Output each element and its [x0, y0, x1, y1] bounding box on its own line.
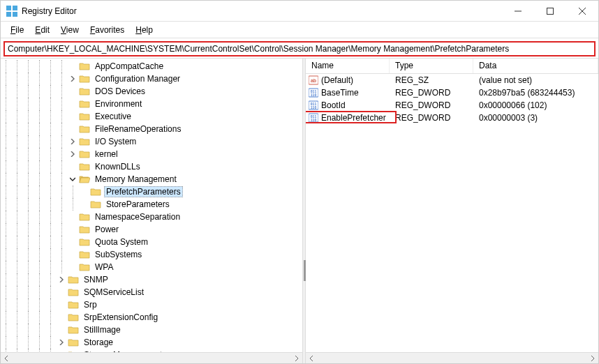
tree-item[interactable]: Storage [1, 336, 302, 349]
folder-icon [79, 99, 90, 109]
folder-icon [79, 112, 90, 121]
tree-item-label: Memory Management [93, 174, 179, 185]
address-bar[interactable]: Computer\HKEY_LOCAL_MACHINE\SYSTEM\Curre… [3, 41, 596, 56]
folder-icon [79, 225, 90, 234]
folder-icon [68, 325, 79, 335]
tree-item[interactable]: SNMP [1, 273, 302, 286]
list-row[interactable]: BaseTimeREG_DWORD0x28b97ba5 (683244453) [306, 86, 598, 99]
tree-expander-empty [57, 300, 66, 310]
tree-item-label: Power [93, 224, 121, 235]
value-data: 0x28b97ba5 (683244453) [473, 87, 598, 98]
folder-icon [79, 124, 90, 134]
value-data: 0x00000066 (102) [473, 100, 598, 111]
tree-expander-empty [68, 225, 77, 234]
chevron-down-icon[interactable] [68, 174, 77, 184]
value-name: BaseTime [321, 88, 359, 98]
chevron-right-icon[interactable] [68, 74, 77, 84]
tree-item-label: Quota System [93, 236, 150, 248]
list-row[interactable]: EnablePrefetcherREG_DWORD0x00000003 (3) [306, 112, 598, 124]
tree-pane[interactable]: AppCompatCacheConfiguration ManagerDOS D… [1, 59, 302, 363]
column-data[interactable]: Data [473, 59, 598, 73]
tree-expander-empty [68, 237, 77, 247]
svg-rect-9 [547, 8, 554, 14]
column-name[interactable]: Name [306, 59, 390, 73]
chevron-right-icon[interactable] [57, 338, 66, 347]
tree-item[interactable]: SQMServiceList [1, 286, 302, 298]
folder-icon [79, 250, 90, 259]
folder-icon [90, 187, 101, 197]
tree-item-label: AppCompatCache [93, 61, 165, 72]
tree-item-label: Executive [93, 111, 133, 122]
tree-item[interactable]: SubSystems [1, 248, 302, 261]
tree-item[interactable]: kernel [1, 148, 302, 160]
menubar: File Edit View Favorites Help [1, 22, 598, 38]
folder-icon [68, 287, 79, 297]
tree-item[interactable]: WPA [1, 261, 302, 273]
chevron-right-icon[interactable] [57, 275, 66, 285]
tree-item[interactable]: I/O System [1, 135, 302, 148]
tree-item[interactable]: Configuration Manager [1, 73, 302, 85]
tree-item[interactable]: Memory Management [1, 173, 302, 185]
tree-item-label: Srp [82, 299, 99, 310]
tree-item[interactable]: SrpExtensionConfig [1, 311, 302, 324]
tree-expander-empty [68, 99, 77, 109]
tree-item-label: SQMServiceList [82, 287, 146, 298]
tree-item[interactable]: Environment [1, 98, 302, 110]
folder-icon [79, 149, 90, 159]
tree-item[interactable]: PrefetchParameters [1, 185, 302, 198]
value-type: REG_SZ [390, 75, 473, 86]
tree-item-label: I/O System [93, 136, 138, 147]
tree-item-label: WPA [93, 261, 115, 273]
list-row[interactable]: BootIdREG_DWORD0x00000066 (102) [306, 99, 598, 112]
menu-view[interactable]: View [55, 24, 84, 36]
tree-item[interactable]: Srp [1, 298, 302, 311]
tree-horizontal-scrollbar[interactable] [1, 352, 302, 363]
column-type[interactable]: Type [390, 59, 473, 73]
tree-expander-empty [68, 112, 77, 121]
tree-item-label: StillImage [82, 324, 123, 335]
tree-item-label: Environment [93, 98, 144, 109]
list-row[interactable]: (Default)REG_SZ(value not set) [306, 74, 598, 86]
tree-item[interactable]: KnownDLLs [1, 160, 302, 173]
tree-item-label: Storage [82, 337, 115, 348]
tree-item[interactable]: NamespaceSeparation [1, 211, 302, 223]
tree-expander-empty [68, 61, 77, 71]
list-horizontal-scrollbar[interactable] [306, 352, 598, 363]
tree-expander-empty [68, 162, 77, 172]
tree-item[interactable]: StillImage [1, 324, 302, 336]
maximize-button[interactable] [534, 1, 566, 22]
tree-expander-empty [68, 250, 77, 259]
tree-item[interactable]: AppCompatCache [1, 60, 302, 73]
folder-icon [68, 275, 79, 285]
tree-item[interactable]: FileRenameOperations [1, 123, 302, 135]
close-button[interactable] [566, 1, 598, 22]
dword-value-icon [309, 88, 318, 98]
chevron-right-icon[interactable] [68, 137, 77, 146]
tree-item[interactable]: Quota System [1, 236, 302, 248]
value-name: EnablePrefetcher [321, 113, 386, 123]
dword-value-icon [309, 113, 318, 123]
menu-favorites[interactable]: Favorites [84, 24, 130, 36]
folder-icon [68, 312, 79, 322]
tree-item[interactable]: StoreParameters [1, 198, 302, 211]
folder-icon [79, 237, 90, 247]
tree-item[interactable]: Power [1, 223, 302, 236]
folder-icon [68, 338, 79, 347]
tree-item-label: KnownDLLs [93, 161, 142, 172]
tree-item[interactable]: DOS Devices [1, 85, 302, 98]
folder-icon [68, 300, 79, 310]
list-pane[interactable]: Name Type Data (Default)REG_SZ(value not… [306, 59, 598, 363]
value-data: 0x00000003 (3) [473, 112, 598, 123]
menu-file[interactable]: File [5, 24, 29, 36]
menu-edit[interactable]: Edit [29, 24, 55, 36]
tree-expander-empty [57, 312, 66, 322]
tree-expander-empty [68, 124, 77, 134]
folder-icon [79, 61, 90, 71]
menu-help[interactable]: Help [130, 24, 158, 36]
address-text: Computer\HKEY_LOCAL_MACHINE\SYSTEM\Curre… [8, 44, 509, 54]
tree-item[interactable]: Executive [1, 110, 302, 123]
folder-icon [79, 86, 90, 96]
app-icon [6, 6, 17, 17]
minimize-button[interactable] [502, 1, 534, 22]
chevron-right-icon[interactable] [68, 149, 77, 159]
